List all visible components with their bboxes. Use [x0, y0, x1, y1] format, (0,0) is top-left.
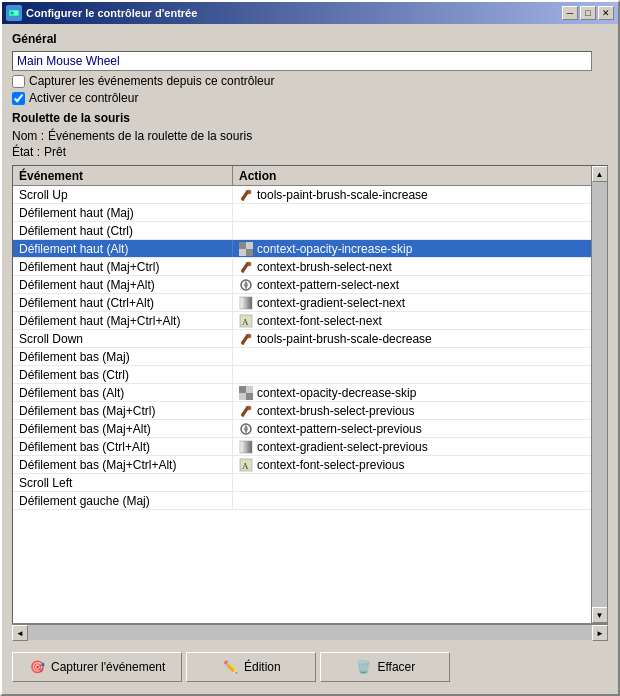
table-row[interactable]: Défilement bas (Ctrl+Alt)context-gradien… [13, 438, 591, 456]
svg-rect-6 [246, 242, 253, 249]
action-cell: context-pattern-select-next [233, 276, 591, 293]
capture-event-button[interactable]: 🎯 Capturer l'événement [12, 652, 182, 682]
event-cell: Défilement bas (Maj+Ctrl+Alt) [13, 456, 233, 473]
scroll-down-button[interactable]: ▼ [592, 607, 608, 623]
general-section: Général Capturer les événements depuis c… [12, 32, 608, 105]
action-cell: context-pattern-select-previous [233, 420, 591, 437]
nom-label: Nom : [12, 129, 44, 143]
event-cell: Défilement bas (Ctrl+Alt) [13, 438, 233, 455]
gradient-icon [239, 440, 253, 454]
action-text: context-gradient-select-next [257, 296, 405, 310]
effacer-button-label: Effacer [377, 660, 415, 674]
scroll-track[interactable] [592, 182, 607, 607]
table-row[interactable]: Scroll Uptools-paint-brush-scale-increas… [13, 186, 591, 204]
bottom-buttons: 🎯 Capturer l'événement ✏️ Édition 🗑️ Eff… [12, 646, 608, 686]
main-window: Configurer le contrôleur d'entrée ─ □ ✕ … [0, 0, 620, 696]
event-cell: Défilement bas (Ctrl) [13, 366, 233, 383]
action-cell [233, 222, 591, 239]
svg-rect-11 [240, 297, 252, 309]
checker-icon [239, 386, 253, 400]
action-text: context-pattern-select-previous [257, 422, 422, 436]
table-row[interactable]: Défilement bas (Ctrl) [13, 366, 591, 384]
hscroll-track[interactable] [28, 625, 592, 640]
table-row[interactable]: Scroll Left [13, 474, 591, 492]
action-text: context-font-select-next [257, 314, 382, 328]
table-row[interactable]: Défilement haut (Ctrl+Alt)context-gradie… [13, 294, 591, 312]
close-button[interactable]: ✕ [598, 6, 614, 20]
action-cell: Acontext-font-select-previous [233, 456, 591, 473]
nom-row: Nom : Événements de la roulette de la so… [12, 129, 608, 143]
pattern-icon [239, 422, 253, 436]
table-row[interactable]: Scroll Downtools-paint-brush-scale-decre… [13, 330, 591, 348]
svg-rect-8 [246, 249, 253, 256]
effacer-button[interactable]: 🗑️ Effacer [320, 652, 450, 682]
table-row[interactable]: Défilement haut (Maj+Ctrl+Alt)Acontext-f… [13, 312, 591, 330]
action-text: context-font-select-previous [257, 458, 404, 472]
horizontal-scrollbar[interactable]: ◄ ► [12, 624, 608, 640]
controller-name-input[interactable] [12, 51, 592, 71]
table-row[interactable]: Défilement gauche (Maj) [13, 492, 591, 510]
hscroll-left-button[interactable]: ◄ [12, 625, 28, 641]
font-icon: A [239, 458, 253, 472]
action-cell [233, 366, 591, 383]
action-text: context-gradient-select-previous [257, 440, 428, 454]
capture-events-row: Capturer les événements depuis ce contrô… [12, 74, 608, 88]
scroll-up-button[interactable]: ▲ [592, 166, 608, 182]
table-row[interactable]: Défilement haut (Maj+Ctrl)context-brush-… [13, 258, 591, 276]
table-row[interactable]: Défilement bas (Maj+Alt)context-pattern-… [13, 420, 591, 438]
table-header: Événement Action [13, 166, 591, 186]
table-row[interactable]: Défilement bas (Maj+Ctrl+Alt)Acontext-fo… [13, 456, 591, 474]
table-row[interactable]: Défilement haut (Maj+Alt)context-pattern… [13, 276, 591, 294]
effacer-icon: 🗑️ [355, 659, 371, 675]
action-cell [233, 348, 591, 365]
app-icon [6, 5, 22, 21]
activate-controller-checkbox[interactable] [12, 92, 25, 105]
svg-rect-18 [246, 393, 253, 400]
titlebar-left: Configurer le contrôleur d'entrée [6, 5, 197, 21]
minimize-button[interactable]: ─ [562, 6, 578, 20]
action-cell: context-brush-select-next [233, 258, 591, 275]
table-row[interactable]: Défilement haut (Alt)context-opacity-inc… [13, 240, 591, 258]
event-cell: Défilement haut (Maj+Ctrl+Alt) [13, 312, 233, 329]
action-cell: context-opacity-decrease-skip [233, 384, 591, 401]
hscroll-right-button[interactable]: ► [592, 625, 608, 641]
table-row[interactable]: Défilement haut (Ctrl) [13, 222, 591, 240]
maximize-button[interactable]: □ [580, 6, 596, 20]
etat-label: État : [12, 145, 40, 159]
table-row[interactable]: Défilement haut (Maj) [13, 204, 591, 222]
event-cell: Scroll Down [13, 330, 233, 347]
event-cell: Défilement haut (Ctrl+Alt) [13, 294, 233, 311]
table-body[interactable]: Scroll Uptools-paint-brush-scale-increas… [13, 186, 591, 623]
event-cell: Scroll Up [13, 186, 233, 203]
svg-point-14 [247, 334, 251, 338]
svg-point-2 [15, 11, 17, 13]
table-row[interactable]: Défilement bas (Alt)context-opacity-decr… [13, 384, 591, 402]
action-text: context-pattern-select-next [257, 278, 399, 292]
titlebar: Configurer le contrôleur d'entrée ─ □ ✕ [2, 2, 618, 24]
header-event: Événement [13, 166, 233, 185]
svg-point-19 [247, 406, 251, 410]
event-cell: Défilement bas (Maj) [13, 348, 233, 365]
table-inner: Événement Action Scroll Uptools-paint-br… [13, 166, 591, 623]
svg-text:A: A [242, 461, 249, 471]
edition-button[interactable]: ✏️ Édition [186, 652, 316, 682]
svg-rect-5 [239, 242, 246, 249]
vertical-scrollbar[interactable]: ▲ ▼ [591, 166, 607, 623]
event-cell: Défilement haut (Maj+Alt) [13, 276, 233, 293]
table-row[interactable]: Défilement bas (Maj) [13, 348, 591, 366]
table-row[interactable]: Défilement bas (Maj+Ctrl)context-brush-s… [13, 402, 591, 420]
action-text: tools-paint-brush-scale-decrease [257, 332, 432, 346]
svg-rect-7 [239, 249, 246, 256]
svg-point-9 [247, 262, 251, 266]
action-cell: Acontext-font-select-next [233, 312, 591, 329]
capture-icon: 🎯 [29, 659, 45, 675]
event-cell: Scroll Left [13, 474, 233, 491]
activate-controller-row: Activer ce contrôleur [12, 91, 608, 105]
window-title: Configurer le contrôleur d'entrée [26, 7, 197, 19]
header-action: Action [233, 166, 591, 185]
action-cell [233, 492, 591, 509]
action-text: context-brush-select-previous [257, 404, 414, 418]
event-cell: Défilement haut (Maj+Ctrl) [13, 258, 233, 275]
capture-events-checkbox[interactable] [12, 75, 25, 88]
checker-icon [239, 242, 253, 256]
